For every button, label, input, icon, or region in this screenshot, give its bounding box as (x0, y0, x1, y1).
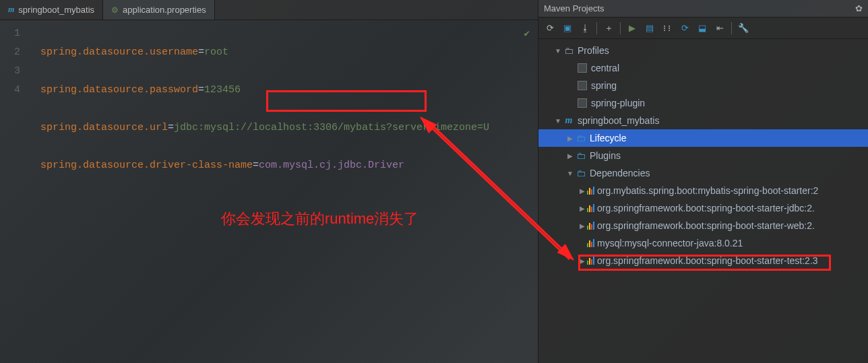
checkbox[interactable] (578, 98, 587, 108)
tab-label: application.properties (123, 5, 206, 15)
generate-sources-icon[interactable]: ▣ (560, 21, 575, 36)
node-label: Lifecycle (590, 133, 626, 143)
node-label: Plugins (590, 150, 621, 161)
toggle-offline-icon[interactable]: ⫶⫶ (660, 21, 675, 36)
node-label: org.springframework.boot:spring-boot-sta… (597, 220, 815, 231)
folder-icon: 🗀 (563, 45, 575, 56)
maven-icon: m (8, 5, 14, 15)
dependencies-node[interactable]: 🗀 Dependencies (538, 164, 868, 182)
run-icon[interactable]: ▶ (625, 21, 640, 36)
line-number: 1 (0, 24, 20, 43)
execute-goal-icon[interactable]: ▤ (642, 21, 657, 36)
add-icon[interactable]: ＋ (601, 21, 616, 36)
node-label: central (591, 63, 619, 73)
folder-icon: 🗀 (575, 150, 587, 161)
line-number: 2 (0, 43, 20, 62)
node-label: mysql:mysql-connector-java:8.0.21 (597, 238, 743, 249)
property-key: spring.datasource.password (40, 84, 198, 96)
property-value: com.mysql.cj.jdbc.Driver (259, 160, 404, 171)
chevron-right-icon (565, 135, 575, 142)
line-number: 3 (0, 62, 20, 81)
dependency-item[interactable]: org.springframework.boot:spring-boot-sta… (538, 199, 868, 217)
annotation-box (266, 90, 427, 112)
line-number: 4 (0, 81, 20, 100)
annotation-text: 你会发现之前的runtime消失了 (221, 209, 418, 229)
refresh-icon[interactable]: ⟳ (542, 21, 557, 36)
download-icon[interactable]: ⭳ (578, 21, 592, 36)
node-label: springboot_mybatis (578, 115, 659, 126)
library-icon (587, 222, 594, 230)
properties-icon: ⚙ (111, 5, 119, 15)
collapse-icon[interactable]: ⇤ (712, 21, 727, 36)
dependency-mysql[interactable]: mysql:mysql-connector-java:8.0.21 (538, 234, 868, 252)
plugins-node[interactable]: 🗀 Plugins (538, 147, 868, 164)
editor-pane: m springboot_mybatis ⚙ application.prope… (0, 0, 538, 363)
node-label: org.mybatis.spring.boot:mybatis-spring-b… (597, 185, 818, 196)
annotation-box (578, 255, 831, 271)
chevron-right-icon (565, 152, 575, 160)
chevron-down-icon (565, 170, 575, 177)
library-icon (587, 204, 594, 212)
profile-item[interactable]: spring-plugin (538, 94, 868, 112)
folder-icon: 🗀 (575, 168, 587, 178)
dependency-item[interactable]: org.mybatis.spring.boot:mybatis-spring-b… (538, 182, 868, 199)
property-key: spring.datasource.url (40, 122, 168, 133)
maven-icon: m (563, 115, 575, 126)
chevron-right-icon (578, 205, 587, 212)
wrench-icon[interactable]: 🔧 (736, 21, 751, 36)
node-label: spring-plugin (591, 98, 645, 108)
settings-icon[interactable]: ✿ (855, 3, 863, 13)
node-label: Profiles (578, 45, 609, 56)
node-label: spring (591, 80, 617, 91)
tab-label: springboot_mybatis (18, 5, 94, 15)
chevron-right-icon (578, 187, 587, 195)
maven-tool-window: Maven Projects ✿ ⟳ ▣ ⭳ ＋ ▶ ▤ ⫶⫶ ⟳ ⬓ ⇤ 🔧 … (538, 0, 868, 363)
library-icon (587, 239, 594, 247)
separator (596, 22, 597, 34)
code-content[interactable]: spring.datasource.username=root spring.d… (27, 20, 489, 363)
maven-tree[interactable]: 🗀 Profiles central spring spring-plugin … (538, 39, 868, 363)
profile-item[interactable]: central (538, 59, 868, 77)
node-label: Dependencies (590, 168, 650, 178)
library-icon (587, 187, 594, 195)
tab-springboot-mybatis[interactable]: m springboot_mybatis (0, 0, 103, 20)
property-value: jdbc:mysql://localhost:3306/mybatis?serv… (174, 122, 489, 133)
node-label: org.springframework.boot:spring-boot-sta… (597, 203, 815, 213)
folder-icon: 🗀 (575, 133, 587, 143)
property-key: spring.datasource.username (40, 46, 198, 58)
chevron-right-icon (578, 222, 587, 230)
project-node[interactable]: m springboot_mybatis (538, 112, 868, 129)
separator (731, 22, 732, 34)
maven-toolbar: ⟳ ▣ ⭳ ＋ ▶ ▤ ⫶⫶ ⟳ ⬓ ⇤ 🔧 (538, 18, 868, 39)
property-key: spring.datasource.driver-class-name (40, 160, 253, 171)
checkbox[interactable] (578, 63, 587, 73)
show-deps-icon[interactable]: ⬓ (695, 21, 710, 36)
profile-item[interactable]: spring (538, 77, 868, 94)
maven-panel-header: Maven Projects ✿ (538, 0, 868, 18)
checkbox[interactable] (578, 81, 587, 90)
skip-tests-icon[interactable]: ⟳ (677, 21, 692, 36)
check-icon: ✔ (524, 24, 530, 43)
chevron-down-icon (553, 47, 563, 55)
line-gutter: 1 2 3 4 (0, 20, 27, 363)
editor-tabs: m springboot_mybatis ⚙ application.prope… (0, 0, 538, 20)
separator (620, 22, 621, 34)
property-value: root (204, 46, 228, 58)
code-editor[interactable]: 1 2 3 4 spring.datasource.username=root … (0, 20, 538, 363)
lifecycle-node[interactable]: 🗀 Lifecycle (538, 129, 868, 147)
property-value: 123456 (204, 84, 241, 96)
chevron-down-icon (553, 117, 563, 125)
panel-title: Maven Projects (544, 3, 604, 13)
tab-application-properties[interactable]: ⚙ application.properties (103, 0, 215, 20)
profiles-node[interactable]: 🗀 Profiles (538, 42, 868, 59)
dependency-item[interactable]: org.springframework.boot:spring-boot-sta… (538, 217, 868, 234)
